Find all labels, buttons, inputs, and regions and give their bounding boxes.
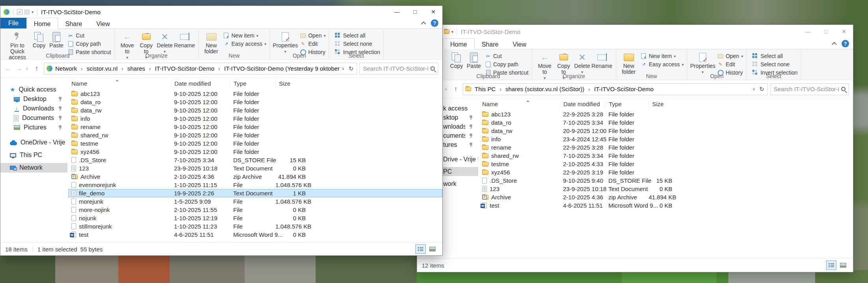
- column-header-size[interactable]: Size: [649, 100, 675, 108]
- file-row[interactable]: 123 23-9-2025 10:18 Text Document 0 KB: [479, 185, 853, 193]
- sidebar-item[interactable]: Quick access: [0, 85, 67, 94]
- file-row[interactable]: abc123 22-9-2025 3:28 File folder: [479, 110, 853, 118]
- select-none-button[interactable]: Select none: [335, 40, 380, 47]
- pin-icon[interactable]: [469, 133, 473, 138]
- open-button[interactable]: Open▾: [300, 32, 326, 39]
- easy-access-button[interactable]: Easy access▾: [641, 61, 684, 68]
- breadcrumb-segment[interactable]: shares (scistor.vu.nl (SciStor)): [498, 86, 586, 92]
- select-all-button[interactable]: Select all: [752, 52, 797, 60]
- file-row[interactable]: testme 9-10-2025 12:00 File folder: [68, 139, 442, 148]
- close-button[interactable]: ✕: [835, 25, 853, 38]
- collapse-ribbon-icon[interactable]: [832, 42, 837, 47]
- minimize-button[interactable]: —: [799, 25, 817, 38]
- file-row[interactable]: Archive 2-10-2025 4:36 zip Archive 41.89…: [68, 172, 442, 181]
- column-header-name[interactable]: Name: [479, 100, 560, 108]
- breadcrumb[interactable]: Networkscistor.vu.nlsharesIT-ITVO-SciSto…: [44, 63, 357, 75]
- properties-button[interactable]: Properties▾: [273, 30, 297, 54]
- delete-button[interactable]: Delete▾: [156, 30, 174, 54]
- qat-new-folder-icon[interactable]: [24, 9, 30, 15]
- folder-icon[interactable]: [444, 30, 449, 34]
- column-header-type[interactable]: Type: [605, 100, 649, 108]
- copy-button[interactable]: Copy: [30, 30, 48, 49]
- open-button[interactable]: Open▾: [717, 52, 743, 60]
- sidebar-item[interactable]: OneDrive - Vrije Univ: [0, 138, 67, 147]
- new-folder-button[interactable]: New folder: [202, 30, 221, 54]
- delete-button[interactable]: Delete▾: [573, 51, 591, 75]
- rename-button[interactable]: Rename: [591, 51, 613, 69]
- column-header-type[interactable]: Type: [230, 80, 275, 88]
- search-box[interactable]: [770, 83, 849, 95]
- file-row[interactable]: evenmorejunk 1-10-2025 11:15 File 1.048.…: [68, 181, 442, 189]
- file-row[interactable]: xyz456 22-9-2025 3:19 File folder: [479, 168, 853, 176]
- breadcrumb-segment[interactable]: This PC: [473, 86, 498, 92]
- file-row[interactable]: testme 2-10-2025 4:33 File folder: [479, 160, 853, 168]
- file-row[interactable]: shared_rw 9-10-2025 12:00 File folder: [68, 131, 442, 139]
- search-input[interactable]: [774, 86, 839, 92]
- breadcrumb-segment[interactable]: scistor.vu.nl: [79, 65, 120, 72]
- rename-button[interactable]: Rename: [174, 30, 195, 49]
- forward-button[interactable]: →: [15, 65, 23, 73]
- breadcrumb-segment[interactable]: IT-ITVO-SciStor-Demo (Yesterday 9 oktobe…: [216, 65, 342, 72]
- details-view-button[interactable]: [415, 244, 426, 254]
- maximize-button[interactable]: □: [817, 25, 835, 38]
- pin-icon[interactable]: [469, 142, 473, 147]
- title-bar[interactable]: ▾ IT-ITVO-SciStor-Demo — □ ✕: [0, 6, 442, 18]
- file-row[interactable]: rename 22-9-2025 3:28 File folder: [479, 143, 853, 152]
- file-row[interactable]: info 23-4-2024 12:45 File folder: [479, 135, 853, 143]
- copy-path-button[interactable]: Copy path: [67, 40, 111, 47]
- refresh-icon[interactable]: ↻: [759, 86, 764, 93]
- file-row[interactable]: data_ro 7-10-2025 3:34 File folder: [479, 118, 853, 127]
- file-row[interactable]: data_rw 20-9-2025 12:00 File folder: [479, 127, 853, 135]
- details-view-button[interactable]: [826, 261, 836, 270]
- file-row[interactable]: xyz456 9-10-2025 12:00 File folder: [68, 148, 442, 156]
- qat-properties-icon[interactable]: [17, 9, 22, 15]
- thumbnail-view-button[interactable]: [427, 244, 438, 254]
- breadcrumb[interactable]: This PCshares (scistor.vu.nl (SciStor))I…: [463, 83, 768, 95]
- file-row[interactable]: data_ro 9-10-2025 12:00 File folder: [68, 98, 442, 106]
- recent-locations-icon[interactable]: ∨: [445, 87, 449, 91]
- file-row[interactable]: nojunk 1-10-2025 12:19 File 0 KB: [68, 214, 442, 222]
- search-box[interactable]: [359, 63, 438, 75]
- tab-view[interactable]: View: [505, 38, 533, 49]
- column-header-date[interactable]: Date modified: [171, 80, 230, 88]
- sidebar-item[interactable]: Documents: [0, 113, 67, 123]
- title-bar[interactable]: ▾ IT-ITVO-SciStor-Demo — □ ✕: [417, 25, 853, 38]
- address-dropdown-icon[interactable]: ∨: [342, 66, 344, 71]
- tab-file[interactable]: File: [0, 18, 26, 28]
- cut-button[interactable]: Cut: [485, 52, 529, 60]
- search-icon[interactable]: [430, 66, 435, 71]
- up-button[interactable]: ↑: [451, 85, 460, 93]
- new-item-button[interactable]: New item▾: [641, 52, 684, 60]
- copy-button[interactable]: Copy: [448, 51, 465, 69]
- file-row[interactable]: info 9-10-2025 12:00 File folder: [68, 114, 442, 123]
- file-row[interactable]: test 4-6-2025 11:51 Microsoft Word 9... …: [479, 201, 853, 210]
- pin-icon[interactable]: [58, 106, 62, 111]
- breadcrumb-segment[interactable]: Network: [53, 65, 79, 72]
- file-row[interactable]: .DS_Store 9-10-2025 9:40 DS_STORE File 1…: [479, 176, 853, 185]
- file-row[interactable]: more-nojink 2-10-2025 11:55 File 0 KB: [68, 206, 442, 214]
- file-row[interactable]: test 4-6-2025 11:51 Microsoft Word 9... …: [68, 231, 442, 239]
- qat-customize-icon[interactable]: ▾: [32, 10, 34, 14]
- thumbnail-view-button[interactable]: [838, 261, 848, 270]
- search-icon[interactable]: [841, 87, 846, 91]
- search-input[interactable]: [363, 65, 428, 72]
- file-row[interactable]: abc123 9-10-2025 12:00 File folder: [68, 90, 442, 98]
- file-row[interactable]: morejunk 1-5-2025 9:09 File 1.048.576 KB: [68, 197, 442, 206]
- sidebar-item[interactable]: Downloads: [0, 104, 67, 113]
- refresh-icon[interactable]: ↻: [348, 65, 354, 72]
- edit-button[interactable]: Edit: [300, 40, 326, 47]
- column-header-date[interactable]: Date modified: [560, 100, 605, 108]
- properties-button[interactable]: Properties▾: [690, 51, 715, 75]
- recent-locations-icon[interactable]: ∨: [26, 67, 30, 71]
- sidebar-item[interactable]: This PC: [0, 150, 67, 160]
- new-item-button[interactable]: New item▾: [223, 32, 267, 39]
- minimize-button[interactable]: —: [388, 6, 406, 18]
- sidebar-item[interactable]: Network: [0, 163, 67, 172]
- new-folder-button[interactable]: New folder: [619, 51, 638, 75]
- pin-icon[interactable]: [58, 116, 62, 120]
- help-button[interactable]: ?: [431, 19, 438, 27]
- select-all-button[interactable]: Select all: [335, 32, 380, 39]
- file-row[interactable]: .DS_Store 7-10-2025 3:34 DS_STORE File 1…: [68, 156, 442, 164]
- pin-icon[interactable]: [469, 124, 473, 129]
- file-row[interactable]: Archive 2-10-2025 4:36 zip Archive 41.89…: [479, 193, 853, 201]
